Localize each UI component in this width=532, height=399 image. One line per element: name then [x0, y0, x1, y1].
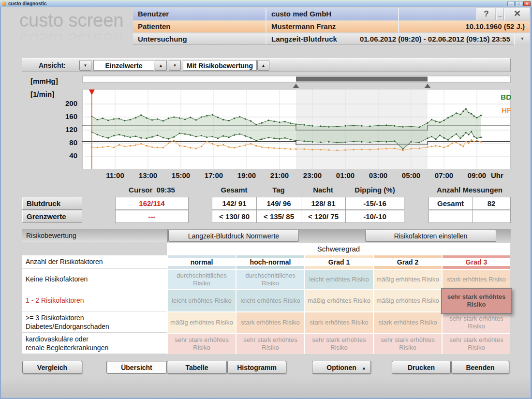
data-point [369, 125, 370, 127]
data-point [284, 148, 286, 149]
app-icon [2, 1, 6, 6]
beenden-button[interactable]: Beenden [451, 361, 509, 374]
data-point [427, 122, 428, 124]
untersuchung-menu[interactable]: Untersuchung [138, 33, 264, 44]
divider [398, 8, 399, 20]
view-select-einzelwerte[interactable]: Einzelwerte [93, 60, 154, 71]
data-point [163, 137, 164, 138]
data-point [234, 118, 235, 119]
x-tick-label: 01:00 [329, 171, 362, 179]
benutzer-menu[interactable]: Benutzer [138, 8, 264, 20]
risiko-dropdown-button[interactable]: ▼ [169, 60, 181, 71]
data-point [451, 142, 453, 144]
data-point [418, 126, 420, 128]
data-point [250, 143, 251, 145]
blutdruck-dipping: -15/-16 [345, 197, 404, 210]
data-point [201, 146, 202, 147]
data-point [118, 134, 120, 135]
data-point [476, 117, 477, 118]
histogramm-button[interactable]: Histogramm [227, 361, 286, 374]
optionen-button[interactable]: Optionen ▲ [312, 361, 371, 374]
data-point [195, 136, 197, 137]
einzelwerte-up-button[interactable]: ▲ [155, 60, 167, 71]
app-close-button[interactable]: ✕ [504, 8, 530, 20]
data-point [130, 145, 131, 147]
bp-chart[interactable] [82, 75, 511, 169]
window-close-button[interactable]: ✕ [523, 1, 531, 6]
x-tick-label: 15:00 [164, 171, 197, 179]
divider [266, 21, 266, 32]
night-boundary-handle [293, 84, 299, 88]
patient-birthdate: 10.10.1960 (52 J.) [404, 21, 525, 32]
data-point [447, 117, 449, 118]
risk-matrix-cell: leicht erhöhtes Risiko [305, 270, 373, 289]
risk-matrix-cell: durchschnittliches Risiko [236, 270, 304, 289]
data-point [443, 147, 444, 148]
help-button[interactable]: ? [476, 8, 495, 20]
normwerte-button[interactable]: Langzeit-Blutdruck Normwerte [168, 230, 299, 242]
data-point [328, 141, 329, 143]
risk-tab[interactable]: Risikobewertung [22, 229, 168, 242]
vergleich-button[interactable]: Vergleich [22, 361, 82, 374]
patienten-menu[interactable]: Patienten [138, 21, 264, 32]
data-point [284, 137, 286, 139]
window-minimize-button[interactable]: — [507, 1, 515, 6]
window-title-bar[interactable]: custo diagnostic — □ ✕ [0, 0, 532, 7]
window-maximize-button[interactable]: □ [515, 1, 522, 6]
data-point [328, 126, 329, 128]
data-point [418, 148, 420, 149]
risk-matrix-cell: stark erhöhtes Risiko [443, 270, 510, 289]
data-point [427, 147, 428, 148]
data-point [456, 142, 457, 143]
data-point [184, 118, 186, 120]
data-point [273, 120, 275, 122]
grenzwerte-tag: < 135/ 85 [256, 210, 301, 223]
drucken-button[interactable]: Drucken [392, 361, 451, 374]
data-point [473, 136, 475, 137]
risikofaktoren-button[interactable]: Risikofaktoren einstellen [365, 230, 496, 242]
data-point [130, 136, 131, 138]
data-point [206, 136, 207, 138]
data-point [303, 140, 305, 142]
data-point [385, 124, 387, 126]
risk-matrix-cell: sehr stark erhöhtes Risiko [305, 334, 373, 354]
data-point [173, 136, 175, 138]
ansicht-dropdown-button[interactable]: ▼ [79, 60, 91, 71]
grenzwerte-nacht: < 120/ 75 [301, 210, 346, 223]
data-point [184, 133, 186, 135]
data-point [261, 147, 263, 148]
data-point [468, 112, 469, 113]
data-point [462, 135, 464, 136]
data-point [377, 125, 379, 126]
risk-column-header: normal [168, 255, 236, 269]
data-point [195, 148, 197, 149]
exam-dropdown-button[interactable]: ▼ [514, 33, 530, 45]
uebersicht-button[interactable]: Übersicht [106, 361, 167, 374]
data-point [245, 135, 246, 137]
view-select-risikobewertung[interactable]: Mit Risikobewertung [183, 60, 257, 71]
tabelle-button[interactable]: Tabelle [167, 361, 227, 374]
blutdruck-gesamt: 142/ 91 [212, 197, 257, 210]
data-point [118, 144, 120, 146]
risiko-up-button[interactable]: ▲ [257, 60, 269, 71]
data-point [402, 126, 403, 128]
data-point [418, 142, 420, 143]
data-point [279, 138, 280, 140]
risk-matrix-cell: leicht erhöhtes Risiko [236, 290, 304, 311]
data-point [353, 125, 354, 126]
data-point [268, 137, 269, 138]
grenzwerte-dipping: -10/-10 [345, 210, 404, 223]
data-point [451, 115, 453, 117]
divider [266, 8, 266, 20]
grenzwerte-row-button[interactable]: Grenzwerte [22, 210, 82, 223]
blutdruck-row-button[interactable]: Blutdruck [22, 197, 82, 210]
data-point [250, 120, 251, 122]
app-minimize-button[interactable]: _ [496, 8, 503, 20]
data-point [473, 115, 475, 117]
x-axis-unit: Uhr [491, 171, 524, 179]
data-point [344, 149, 346, 151]
data-point [140, 114, 142, 116]
data-point [279, 121, 280, 123]
y-tick-label: 120 [48, 125, 77, 133]
risk-matrix-cell: durchschnittliches Risiko [168, 270, 236, 289]
